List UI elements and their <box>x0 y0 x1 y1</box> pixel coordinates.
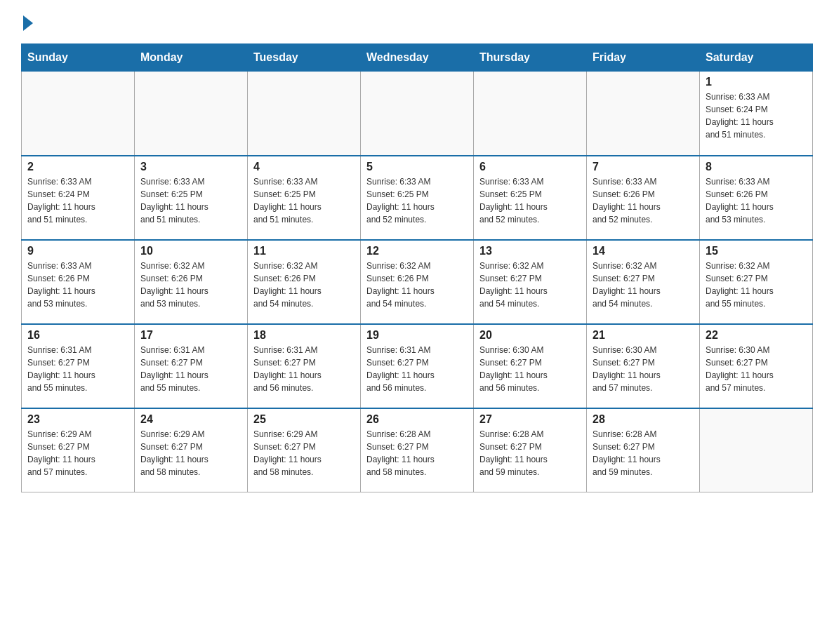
calendar-cell: 13Sunrise: 6:32 AM Sunset: 6:27 PM Dayli… <box>474 240 587 324</box>
calendar-cell: 11Sunrise: 6:32 AM Sunset: 6:26 PM Dayli… <box>248 240 361 324</box>
calendar-cell: 8Sunrise: 6:33 AM Sunset: 6:26 PM Daylig… <box>700 156 813 240</box>
day-number: 9 <box>27 245 128 257</box>
day-number: 5 <box>366 161 468 173</box>
day-info: Sunrise: 6:31 AM Sunset: 6:27 PM Dayligh… <box>366 344 468 394</box>
day-number: 28 <box>593 413 694 426</box>
calendar-cell: 19Sunrise: 6:31 AM Sunset: 6:27 PM Dayli… <box>361 324 474 408</box>
weekday-header-monday: Monday <box>135 44 248 72</box>
day-info: Sunrise: 6:33 AM Sunset: 6:24 PM Dayligh… <box>27 175 128 226</box>
day-info: Sunrise: 6:32 AM Sunset: 6:27 PM Dayligh… <box>593 260 694 310</box>
day-number: 16 <box>27 329 128 342</box>
calendar-cell: 1Sunrise: 6:33 AM Sunset: 6:24 PM Daylig… <box>700 72 813 156</box>
calendar-cell: 22Sunrise: 6:30 AM Sunset: 6:27 PM Dayli… <box>700 324 813 408</box>
calendar-cell: 9Sunrise: 6:33 AM Sunset: 6:26 PM Daylig… <box>22 240 135 324</box>
day-info: Sunrise: 6:32 AM Sunset: 6:27 PM Dayligh… <box>706 260 807 310</box>
day-number: 19 <box>366 329 468 342</box>
calendar-cell <box>135 72 248 156</box>
calendar-cell: 15Sunrise: 6:32 AM Sunset: 6:27 PM Dayli… <box>700 240 813 324</box>
day-info: Sunrise: 6:32 AM Sunset: 6:26 PM Dayligh… <box>140 260 241 310</box>
calendar-week-row: 9Sunrise: 6:33 AM Sunset: 6:26 PM Daylig… <box>22 240 813 324</box>
calendar-cell: 20Sunrise: 6:30 AM Sunset: 6:27 PM Dayli… <box>474 324 587 408</box>
calendar-week-row: 1Sunrise: 6:33 AM Sunset: 6:24 PM Daylig… <box>22 72 813 156</box>
calendar-cell: 3Sunrise: 6:33 AM Sunset: 6:25 PM Daylig… <box>135 156 248 240</box>
weekday-header-sunday: Sunday <box>22 44 135 72</box>
calendar-cell <box>474 72 587 156</box>
calendar-cell: 18Sunrise: 6:31 AM Sunset: 6:27 PM Dayli… <box>248 324 361 408</box>
day-number: 21 <box>593 329 694 342</box>
calendar-cell <box>587 72 700 156</box>
day-number: 24 <box>140 413 241 426</box>
day-info: Sunrise: 6:33 AM Sunset: 6:26 PM Dayligh… <box>706 175 807 226</box>
calendar-cell <box>700 408 813 492</box>
day-info: Sunrise: 6:31 AM Sunset: 6:27 PM Dayligh… <box>253 344 355 394</box>
calendar-cell: 23Sunrise: 6:29 AM Sunset: 6:27 PM Dayli… <box>22 408 135 492</box>
logo-arrow-icon <box>23 15 33 31</box>
weekday-header-tuesday: Tuesday <box>248 44 361 72</box>
day-info: Sunrise: 6:29 AM Sunset: 6:27 PM Dayligh… <box>27 428 128 478</box>
day-number: 22 <box>706 329 807 342</box>
calendar-cell: 10Sunrise: 6:32 AM Sunset: 6:26 PM Dayli… <box>135 240 248 324</box>
day-number: 3 <box>140 161 241 173</box>
weekday-header-wednesday: Wednesday <box>361 44 474 72</box>
day-info: Sunrise: 6:28 AM Sunset: 6:27 PM Dayligh… <box>593 428 694 478</box>
logo <box>21 14 33 31</box>
calendar-week-row: 2Sunrise: 6:33 AM Sunset: 6:24 PM Daylig… <box>22 156 813 240</box>
calendar-cell: 6Sunrise: 6:33 AM Sunset: 6:25 PM Daylig… <box>474 156 587 240</box>
day-number: 23 <box>27 413 128 426</box>
day-number: 6 <box>479 161 581 173</box>
day-number: 1 <box>706 76 807 88</box>
day-info: Sunrise: 6:30 AM Sunset: 6:27 PM Dayligh… <box>593 344 694 394</box>
day-number: 27 <box>479 413 581 426</box>
calendar-cell: 17Sunrise: 6:31 AM Sunset: 6:27 PM Dayli… <box>135 324 248 408</box>
calendar-week-row: 16Sunrise: 6:31 AM Sunset: 6:27 PM Dayli… <box>22 324 813 408</box>
day-info: Sunrise: 6:29 AM Sunset: 6:27 PM Dayligh… <box>140 428 241 478</box>
weekday-header-row: SundayMondayTuesdayWednesdayThursdayFrid… <box>22 44 813 72</box>
calendar-cell <box>22 72 135 156</box>
weekday-header-saturday: Saturday <box>700 44 813 72</box>
day-number: 2 <box>27 161 128 173</box>
calendar-cell <box>248 72 361 156</box>
day-number: 7 <box>593 161 694 173</box>
weekday-header-thursday: Thursday <box>474 44 587 72</box>
day-number: 20 <box>479 329 581 342</box>
day-number: 25 <box>253 413 355 426</box>
page-header <box>21 14 813 31</box>
calendar-table: SundayMondayTuesdayWednesdayThursdayFrid… <box>21 43 813 492</box>
day-info: Sunrise: 6:33 AM Sunset: 6:26 PM Dayligh… <box>27 260 128 310</box>
calendar-cell: 2Sunrise: 6:33 AM Sunset: 6:24 PM Daylig… <box>22 156 135 240</box>
calendar-cell: 21Sunrise: 6:30 AM Sunset: 6:27 PM Dayli… <box>587 324 700 408</box>
calendar-cell: 7Sunrise: 6:33 AM Sunset: 6:26 PM Daylig… <box>587 156 700 240</box>
day-info: Sunrise: 6:33 AM Sunset: 6:25 PM Dayligh… <box>140 175 241 226</box>
calendar-cell: 14Sunrise: 6:32 AM Sunset: 6:27 PM Dayli… <box>587 240 700 324</box>
calendar-cell: 12Sunrise: 6:32 AM Sunset: 6:26 PM Dayli… <box>361 240 474 324</box>
calendar-cell: 16Sunrise: 6:31 AM Sunset: 6:27 PM Dayli… <box>22 324 135 408</box>
calendar-week-row: 23Sunrise: 6:29 AM Sunset: 6:27 PM Dayli… <box>22 408 813 492</box>
day-info: Sunrise: 6:30 AM Sunset: 6:27 PM Dayligh… <box>479 344 581 394</box>
day-info: Sunrise: 6:33 AM Sunset: 6:26 PM Dayligh… <box>593 175 694 226</box>
day-info: Sunrise: 6:33 AM Sunset: 6:24 PM Dayligh… <box>706 90 807 141</box>
day-number: 15 <box>706 245 807 257</box>
day-info: Sunrise: 6:30 AM Sunset: 6:27 PM Dayligh… <box>706 344 807 394</box>
day-number: 13 <box>479 245 581 257</box>
day-info: Sunrise: 6:29 AM Sunset: 6:27 PM Dayligh… <box>253 428 355 478</box>
day-info: Sunrise: 6:32 AM Sunset: 6:26 PM Dayligh… <box>253 260 355 310</box>
day-info: Sunrise: 6:28 AM Sunset: 6:27 PM Dayligh… <box>366 428 468 478</box>
day-number: 26 <box>366 413 468 426</box>
day-info: Sunrise: 6:32 AM Sunset: 6:27 PM Dayligh… <box>479 260 581 310</box>
day-number: 4 <box>253 161 355 173</box>
calendar-cell: 25Sunrise: 6:29 AM Sunset: 6:27 PM Dayli… <box>248 408 361 492</box>
day-number: 18 <box>253 329 355 342</box>
weekday-header-friday: Friday <box>587 44 700 72</box>
calendar-cell: 27Sunrise: 6:28 AM Sunset: 6:27 PM Dayli… <box>474 408 587 492</box>
calendar-cell: 4Sunrise: 6:33 AM Sunset: 6:25 PM Daylig… <box>248 156 361 240</box>
day-info: Sunrise: 6:31 AM Sunset: 6:27 PM Dayligh… <box>140 344 241 394</box>
day-info: Sunrise: 6:33 AM Sunset: 6:25 PM Dayligh… <box>479 175 581 226</box>
day-number: 14 <box>593 245 694 257</box>
calendar-cell: 26Sunrise: 6:28 AM Sunset: 6:27 PM Dayli… <box>361 408 474 492</box>
day-number: 10 <box>140 245 241 257</box>
day-number: 11 <box>253 245 355 257</box>
calendar-cell <box>361 72 474 156</box>
calendar-cell: 24Sunrise: 6:29 AM Sunset: 6:27 PM Dayli… <box>135 408 248 492</box>
day-number: 8 <box>706 161 807 173</box>
day-info: Sunrise: 6:31 AM Sunset: 6:27 PM Dayligh… <box>27 344 128 394</box>
